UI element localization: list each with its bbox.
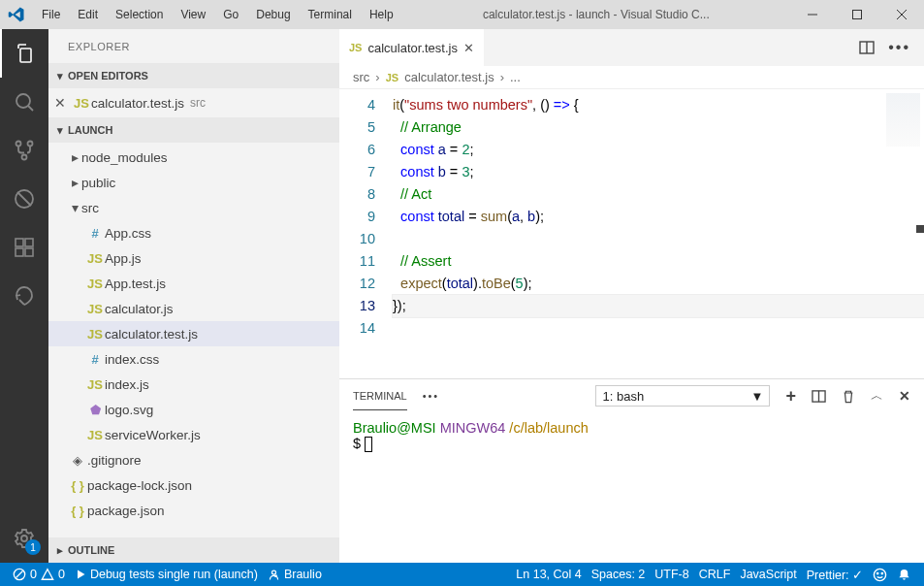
file-label: index.js <box>105 377 149 392</box>
kill-terminal-icon[interactable] <box>842 389 855 404</box>
menu-bar: FileEditSelectionViewGoDebugTerminalHelp <box>33 8 402 21</box>
tab-close-icon[interactable]: ✕ <box>463 41 474 55</box>
activity-settings[interactable]: 1 <box>0 514 48 563</box>
file-item[interactable]: { }package.json <box>48 498 339 523</box>
maximize-button[interactable] <box>835 0 879 29</box>
file-label: calculator.test.js <box>105 327 198 342</box>
activity-live-share[interactable] <box>0 272 48 320</box>
title-bar: FileEditSelectionViewGoDebugTerminalHelp… <box>0 0 924 29</box>
chevron-right-icon: ▸ <box>52 544 68 557</box>
status-prettier[interactable]: Prettier: ✓ <box>802 568 868 582</box>
section-outline[interactable]: ▸ OUTLINE <box>48 537 339 563</box>
svg-point-4 <box>16 94 30 108</box>
close-icon[interactable]: ✕ <box>54 95 72 111</box>
js-file-icon: JS <box>85 327 105 342</box>
file-item[interactable]: JScalculator.test.js <box>48 321 339 346</box>
activity-search[interactable] <box>0 78 48 126</box>
file-item[interactable]: ⬟logo.svg <box>48 397 339 422</box>
split-editor-icon[interactable] <box>859 40 875 55</box>
status-eol[interactable]: CRLF <box>694 568 736 581</box>
section-label: LAUNCH <box>68 124 112 136</box>
status-notifications-icon[interactable] <box>892 568 916 582</box>
section-project[interactable]: ▾ LAUNCH <box>48 117 339 143</box>
activity-debug[interactable] <box>0 175 48 223</box>
file-item[interactable]: { }package-lock.json <box>48 472 339 498</box>
terminal-text: /c/lab/launch <box>505 420 588 436</box>
close-panel-icon[interactable]: ✕ <box>899 388 910 404</box>
menu-selection[interactable]: Selection <box>107 8 172 21</box>
activity-bar: 1 <box>0 29 48 563</box>
minimap[interactable] <box>886 93 920 146</box>
file-item[interactable]: ◈.gitignore <box>48 447 339 472</box>
menu-go[interactable]: Go <box>214 8 247 21</box>
menu-debug[interactable]: Debug <box>247 8 299 21</box>
terminal-tab[interactable]: TERMINAL <box>353 390 407 410</box>
breadcrumb[interactable]: src › JS calculator.test.js › ... <box>339 66 924 89</box>
js-file-icon: JS <box>85 251 105 266</box>
status-language[interactable]: JavaScript <box>735 568 801 581</box>
menu-help[interactable]: Help <box>361 8 402 21</box>
status-indentation[interactable]: Spaces: 2 <box>587 568 651 581</box>
folder-item[interactable]: ▸node_modules <box>48 145 339 170</box>
menu-terminal[interactable]: Terminal <box>300 8 361 21</box>
status-problems[interactable]: 0 0 <box>8 563 70 586</box>
crumb[interactable]: src <box>353 70 369 84</box>
crumb[interactable]: ... <box>510 70 521 84</box>
chevron-down-icon: ▼ <box>751 389 764 404</box>
menu-view[interactable]: View <box>172 8 214 21</box>
status-feedback-icon[interactable] <box>868 568 892 582</box>
code-editor[interactable]: 4567891011121314 it("sums two numbers", … <box>339 89 924 378</box>
file-item[interactable]: JSApp.js <box>48 245 339 271</box>
menu-edit[interactable]: Edit <box>69 8 107 21</box>
chevron-icon: ▸ <box>68 149 81 165</box>
status-debug[interactable]: Debug tests single run (launch) <box>70 563 263 586</box>
minimize-button[interactable] <box>790 0 835 29</box>
activity-explorer[interactable] <box>0 29 48 78</box>
terminal-selector[interactable]: 1: bash ▼ <box>595 385 770 407</box>
status-live-share[interactable]: Braulio <box>263 563 327 586</box>
maximize-panel-icon[interactable]: ︿ <box>871 387 883 405</box>
svg-rect-12 <box>16 248 23 256</box>
js-file-icon: JS <box>85 302 105 316</box>
svg-rect-23 <box>274 574 276 576</box>
svg-line-5 <box>28 106 33 111</box>
file-item[interactable]: JScalculator.js <box>48 296 339 321</box>
js-file-icon: JS <box>85 277 105 291</box>
svg-point-25 <box>877 572 878 573</box>
file-item[interactable]: JSApp.test.js <box>48 271 339 296</box>
section-label: OUTLINE <box>68 544 114 556</box>
file-item[interactable]: JSserviceWorker.js <box>48 422 339 447</box>
section-open-editors[interactable]: ▾ OPEN EDITORS <box>48 63 339 88</box>
file-item[interactable]: JSindex.js <box>48 372 339 397</box>
file-item[interactable]: #App.css <box>48 220 339 245</box>
file-label: package.json <box>87 504 165 518</box>
chevron-right-icon: › <box>375 70 379 84</box>
split-terminal-icon[interactable] <box>812 389 826 404</box>
folder-item[interactable]: ▾src <box>48 195 339 220</box>
svg-point-22 <box>271 570 275 574</box>
terminal-body[interactable]: Braulio@MSI MINGW64 /c/lab/launch $ <box>339 412 924 563</box>
open-editor-item[interactable]: ✕JScalculator.test.jssrc <box>48 90 339 115</box>
folder-label: src <box>81 201 99 215</box>
file-path: src <box>190 96 206 110</box>
file-item[interactable]: #index.css <box>48 346 339 372</box>
menu-file[interactable]: File <box>33 8 69 21</box>
svg-point-7 <box>28 142 33 146</box>
status-cursor[interactable]: Ln 13, Col 4 <box>511 568 586 581</box>
crumb[interactable]: calculator.test.js <box>404 70 494 84</box>
tab-calculator-test[interactable]: JS calculator.test.js ✕ <box>339 29 485 66</box>
close-button[interactable] <box>879 0 924 29</box>
more-actions-icon[interactable]: ••• <box>888 39 910 56</box>
git-file-icon: ◈ <box>68 453 87 468</box>
new-terminal-icon[interactable]: + <box>785 386 796 407</box>
section-label: OPEN EDITORS <box>68 70 148 81</box>
more-actions-icon[interactable]: ••• <box>423 390 440 402</box>
svg-point-8 <box>22 155 27 160</box>
activity-source-control[interactable] <box>0 126 48 175</box>
folder-item[interactable]: ▸public <box>48 170 339 195</box>
svg-rect-1 <box>853 11 862 19</box>
chevron-down-icon: ▾ <box>52 70 68 82</box>
js-file-icon: JS <box>85 428 105 442</box>
status-encoding[interactable]: UTF-8 <box>650 568 693 581</box>
activity-extensions[interactable] <box>0 223 48 272</box>
